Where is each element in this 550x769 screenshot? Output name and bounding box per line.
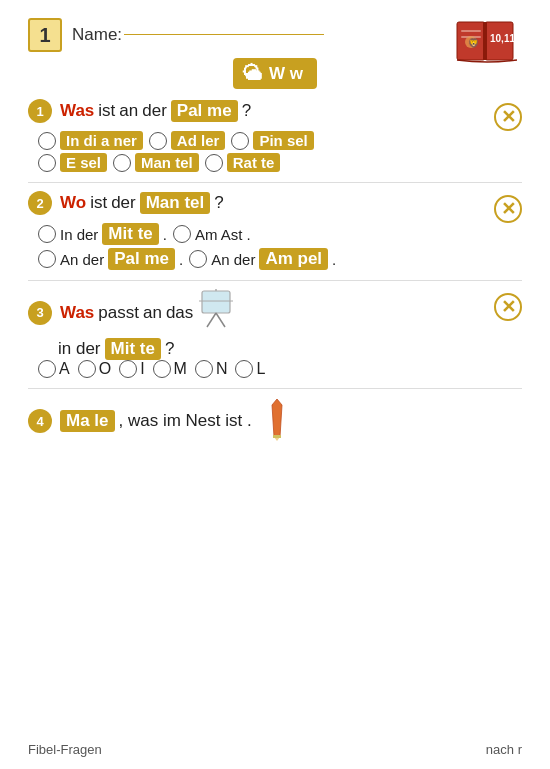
q1-end: ? — [242, 101, 251, 121]
q3-option-O[interactable]: O — [78, 360, 111, 378]
q2-option-amast[interactable]: Am Ast . — [173, 225, 251, 243]
q3-option-N[interactable]: N — [195, 360, 228, 378]
q2-dot1: . — [163, 226, 167, 243]
q2-x-col: ✕ — [494, 191, 522, 223]
q2-end: ? — [214, 193, 223, 213]
question-3-block: 3 Was passt an das — [28, 289, 522, 378]
q4-content: 4 Ma le , was im Nest ist . — [28, 397, 522, 449]
q1-answers-row2: E sel Man tel Rat te — [28, 153, 522, 172]
question-4-block: 4 Ma le , was im Nest ist . — [28, 397, 522, 449]
q3-radio-L[interactable] — [235, 360, 253, 378]
q3-option-A[interactable]: A — [38, 360, 70, 378]
q3-option-I[interactable]: I — [119, 360, 144, 378]
q2-radio-amast[interactable] — [173, 225, 191, 243]
q2-ist: ist — [90, 193, 107, 213]
q1-line: 1 Was ist an der Pal me ? — [28, 99, 488, 123]
q1-label-mantel: Man tel — [135, 153, 199, 172]
q2-dot2: . — [179, 251, 183, 268]
q3-an: an — [143, 303, 162, 323]
q2-answers-row1: In der Mit te . Am Ast . — [28, 223, 522, 245]
q3-x-circle: ✕ — [494, 293, 522, 321]
q1-first-word: Was — [60, 101, 94, 121]
q1-label-ratte: Rat te — [227, 153, 281, 172]
q1-option-mantel[interactable]: Man tel — [113, 153, 199, 172]
q1-option-indianer[interactable]: In di a ner — [38, 131, 143, 150]
q1-an: an — [119, 101, 138, 121]
cloud-icon: 🌥 — [243, 62, 263, 85]
svg-text:🦁: 🦁 — [468, 37, 480, 49]
q1-radio-esel[interactable] — [38, 154, 56, 172]
q1-number: 1 — [28, 99, 52, 123]
q2-radio-anderampel[interactable] — [189, 250, 207, 268]
q2-option-anderpalme[interactable]: An der Pal me . — [38, 248, 183, 270]
ww-label: W w — [269, 64, 303, 84]
q2-option-anderampel[interactable]: An der Am pel . — [189, 248, 336, 270]
q1-radio-ratte[interactable] — [205, 154, 223, 172]
q3-content: 3 Was passt an das — [28, 289, 488, 360]
q2-dot3: . — [332, 251, 336, 268]
q2-label-ander1: An der — [60, 251, 104, 268]
divider-3 — [28, 388, 522, 389]
q2-label-in: In der — [60, 226, 98, 243]
q3-passt: passt — [98, 303, 139, 323]
q1-radio-pinsel[interactable] — [231, 132, 249, 150]
q4-line: 4 Ma le , was im Nest ist . — [28, 397, 522, 445]
q3-radio-O[interactable] — [78, 360, 96, 378]
q1-radio-adler[interactable] — [149, 132, 167, 150]
q1-radio-indianer[interactable] — [38, 132, 56, 150]
q3-letter-A: A — [59, 360, 70, 378]
easel-icon — [197, 289, 235, 336]
page: 1 Name: 10,11 🦁 — [0, 0, 550, 769]
q1-option-ratte[interactable]: Rat te — [205, 153, 281, 172]
q2-answers-row2: An der Pal me . An der Am pel . — [28, 248, 522, 270]
q1-option-adler[interactable]: Ad ler — [149, 131, 226, 150]
name-label: Name: — [72, 25, 122, 45]
q1-label-adler: Ad ler — [171, 131, 226, 150]
footer-right: nach r — [486, 742, 522, 757]
footer-left: Fibel-Fragen — [28, 742, 102, 757]
pencil-icon — [266, 397, 288, 445]
svg-rect-8 — [202, 291, 230, 313]
q3-end: ? — [165, 339, 174, 359]
q2-highlight-palme: Pal me — [108, 248, 175, 270]
header: 1 Name: 10,11 🦁 — [28, 18, 522, 52]
ww-box: 🌥 W w — [233, 58, 317, 89]
q3-radio-M[interactable] — [153, 360, 171, 378]
divider-2 — [28, 280, 522, 281]
q3-letter-M: M — [174, 360, 187, 378]
svg-rect-15 — [273, 435, 281, 438]
book-icon: 10,11 🦁 — [452, 14, 522, 66]
svg-marker-13 — [272, 399, 282, 437]
name-line — [124, 34, 324, 35]
q3-letter-L: L — [256, 360, 265, 378]
page-number: 1 — [28, 18, 62, 52]
q4-rest: , was im Nest ist . — [119, 411, 252, 431]
q1-radio-mantel[interactable] — [113, 154, 131, 172]
q1-x-circle: ✕ — [494, 103, 522, 131]
q1-label-pinsel: Pin sel — [253, 131, 313, 150]
q3-highlight-mitte: Mit te — [105, 338, 161, 360]
svg-line-9 — [207, 313, 216, 327]
q3-option-L[interactable]: L — [235, 360, 265, 378]
q1-ist: ist — [98, 101, 115, 121]
q3-letter-options: A O I M N L — [28, 360, 522, 378]
q3-number: 3 — [28, 301, 52, 325]
svg-text:10,11: 10,11 — [490, 33, 515, 44]
q2-content: 2 Wo ist der Man tel ? — [28, 191, 488, 219]
divider-1 — [28, 182, 522, 183]
q2-option-indermitte[interactable]: In der Mit te . — [38, 223, 167, 245]
q2-x-circle: ✕ — [494, 195, 522, 223]
q3-line2: in der Mit te ? — [28, 338, 488, 360]
q3-option-M[interactable]: M — [153, 360, 187, 378]
q2-radio-anderpalme[interactable] — [38, 250, 56, 268]
q3-letter-N: N — [216, 360, 228, 378]
q2-radio-indermitte[interactable] — [38, 225, 56, 243]
q3-radio-A[interactable] — [38, 360, 56, 378]
q1-option-pinsel[interactable]: Pin sel — [231, 131, 313, 150]
q1-x-col: ✕ — [494, 99, 522, 131]
footer: Fibel-Fragen nach r — [28, 742, 522, 757]
q3-radio-N[interactable] — [195, 360, 213, 378]
q3-radio-I[interactable] — [119, 360, 137, 378]
svg-rect-3 — [461, 30, 481, 32]
q1-option-esel[interactable]: E sel — [38, 153, 107, 172]
